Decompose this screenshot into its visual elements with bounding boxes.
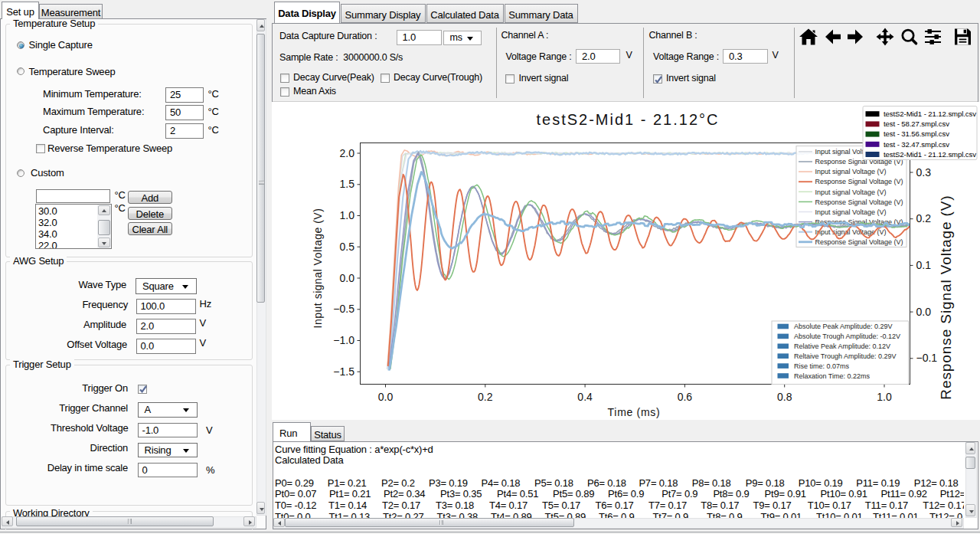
- svg-text:0.4: 0.4: [577, 391, 593, 403]
- svg-text:testS2-Mid1 - 21.12.smpl.csv: testS2-Mid1 - 21.12.smpl.csv: [884, 150, 976, 159]
- svg-text:testS2-Mid1 - 21.12.smpl.csv: testS2-Mid1 - 21.12.smpl.csv: [884, 110, 976, 118]
- svg-text:−0.5: −0.5: [333, 303, 354, 315]
- svg-text:test - 32.47.smpl.csv: test - 32.47.smpl.csv: [884, 140, 949, 149]
- svg-text:−1.0: −1.0: [333, 334, 354, 346]
- svg-text:2.0: 2.0: [340, 147, 355, 159]
- svg-text:Response Signal Voltage (V): Response Signal Voltage (V): [815, 198, 903, 206]
- svg-text:Input signal Voltage (V): Input signal Voltage (V): [815, 208, 887, 216]
- svg-text:Absolute Peak Amplitude: 0.29V: Absolute Peak Amplitude: 0.29V: [794, 323, 893, 330]
- svg-text:−0.1: −0.1: [916, 352, 938, 364]
- svg-text:Response Signal Voltage (V): Response Signal Voltage (V): [938, 195, 954, 399]
- svg-text:testS2-Mid1 - 21.12°C: testS2-Mid1 - 21.12°C: [537, 111, 720, 128]
- svg-text:Response Signal Voltage (V): Response Signal Voltage (V): [815, 178, 903, 185]
- svg-text:Time (ms): Time (ms): [608, 406, 661, 418]
- svg-text:0.1: 0.1: [916, 259, 932, 271]
- svg-text:0.8: 0.8: [777, 391, 792, 403]
- svg-text:Relaxation Time: 0.22ms: Relaxation Time: 0.22ms: [794, 372, 871, 380]
- svg-text:0.2: 0.2: [916, 212, 932, 224]
- svg-text:Rise time: 0.07ms: Rise time: 0.07ms: [794, 362, 850, 370]
- svg-text:1.5: 1.5: [340, 178, 355, 190]
- svg-text:Relative Peak Amplitude: 0.12V: Relative Peak Amplitude: 0.12V: [794, 342, 890, 350]
- svg-text:1.0: 1.0: [877, 391, 892, 403]
- svg-text:−1.5: −1.5: [333, 365, 354, 378]
- svg-text:1.0: 1.0: [340, 209, 355, 221]
- svg-text:Input signal Voltage (V): Input signal Voltage (V): [312, 208, 324, 329]
- svg-text:0.3: 0.3: [916, 166, 932, 179]
- svg-text:0.5: 0.5: [340, 241, 355, 253]
- svg-text:Response Signal Voltage (V): Response Signal Voltage (V): [815, 238, 903, 246]
- svg-text:Absolute Trough Amplitude: -0.: Absolute Trough Amplitude: -0.12V: [794, 333, 900, 340]
- svg-text:0.6: 0.6: [678, 391, 693, 403]
- svg-text:test - 31.56.smpl.csv: test - 31.56.smpl.csv: [884, 129, 949, 138]
- svg-text:test - 58.27.smpl.csv: test - 58.27.smpl.csv: [884, 120, 949, 128]
- svg-text:Reltaive Trough Amplitude: 0.2: Reltaive Trough Amplitude: 0.29V: [794, 352, 897, 360]
- svg-text:Input signal Voltage (V): Input signal Voltage (V): [815, 188, 887, 196]
- svg-text:0.2: 0.2: [478, 391, 493, 403]
- svg-text:Input signal Voltage (V): Input signal Voltage (V): [815, 168, 887, 175]
- svg-text:0.0: 0.0: [916, 306, 932, 318]
- svg-text:0.0: 0.0: [340, 272, 355, 284]
- svg-text:0.0: 0.0: [378, 391, 394, 403]
